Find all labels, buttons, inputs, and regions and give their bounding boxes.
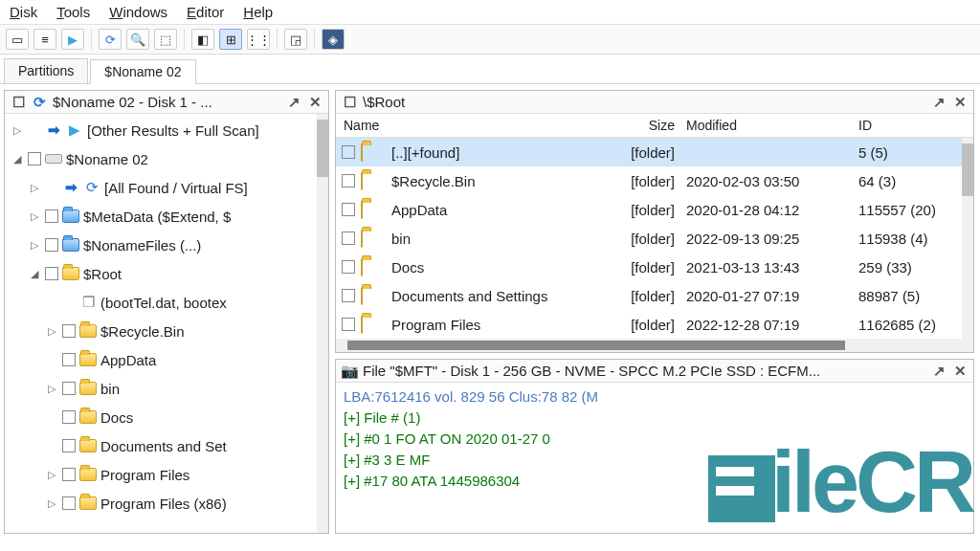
- tool-btn-8[interactable]: ⊞: [219, 29, 242, 50]
- checkbox[interactable]: [342, 231, 355, 245]
- list-row[interactable]: AppData[folder]2020-01-28 04:12115557 (2…: [336, 195, 973, 224]
- tree-row[interactable]: Documents and Set: [7, 431, 326, 460]
- menu-windows[interactable]: Windows: [109, 4, 167, 20]
- expander-icon[interactable]: ▷: [45, 497, 58, 510]
- tool-btn-6[interactable]: ⬚: [154, 29, 177, 50]
- list-row[interactable]: [..][+found][folder]5 (5): [336, 138, 973, 166]
- checkbox[interactable]: [62, 382, 76, 395]
- expander-icon[interactable]: ▷: [45, 325, 58, 338]
- tool-btn-play[interactable]: ▶: [61, 29, 84, 50]
- tree-row[interactable]: ◢$Root: [7, 259, 326, 288]
- tool-btn-search[interactable]: 🔍: [126, 29, 149, 50]
- tree-row[interactable]: ▷➡▶[Other Results + Full Scan]: [7, 116, 326, 144]
- list-row[interactable]: Docs[folder]2021-03-13 13:43259 (33): [336, 253, 973, 281]
- checkbox[interactable]: [28, 152, 41, 165]
- tree-row[interactable]: ▷Program Files: [7, 460, 326, 489]
- list-row[interactable]: Documents and Settings[folder]2020-01-27…: [336, 281, 973, 310]
- list-row[interactable]: Program Files[folder]2022-12-28 07:19116…: [336, 310, 973, 339]
- expander-icon[interactable]: ▷: [28, 182, 41, 194]
- menu-disk[interactable]: Disk: [10, 4, 37, 20]
- menu-help[interactable]: Help: [243, 4, 273, 20]
- tree-row[interactable]: ❐(bootTel.dat, bootex: [7, 288, 326, 317]
- expander-icon[interactable]: ◢: [11, 153, 24, 165]
- expander-icon[interactable]: ▷: [45, 383, 58, 395]
- col-id[interactable]: ID: [858, 118, 973, 133]
- tree-row[interactable]: ▷➡⟳[All Found / Virtual FS]: [7, 173, 326, 202]
- expander-icon[interactable]: ▷: [11, 124, 24, 137]
- folder-icon: [361, 288, 378, 303]
- checkbox[interactable]: [62, 468, 76, 481]
- folder-icon: [79, 496, 97, 511]
- tab-noname02[interactable]: $Noname 02: [90, 59, 195, 84]
- left-refresh-icon[interactable]: ⟳: [32, 95, 47, 110]
- tree-row[interactable]: AppData: [7, 345, 326, 374]
- list-scrollbar[interactable]: [962, 138, 973, 339]
- menubar: Disk Tools Windows Editor Help: [0, 0, 980, 25]
- col-name[interactable]: Name: [336, 118, 600, 133]
- tree-row[interactable]: ▷$MetaData ($Extend, $: [7, 202, 326, 231]
- list-close-icon[interactable]: ✕: [952, 95, 968, 110]
- checkbox[interactable]: [62, 439, 76, 452]
- checkbox[interactable]: [45, 209, 58, 223]
- checkbox[interactable]: [62, 496, 76, 510]
- tree-label: Program Files: [100, 467, 189, 483]
- tree-label: $Recycle.Bin: [100, 323, 185, 340]
- checkbox[interactable]: [62, 410, 76, 424]
- checkbox[interactable]: [342, 174, 355, 187]
- list-scroll-h[interactable]: [336, 339, 973, 352]
- tree-row[interactable]: ▷bin: [7, 374, 326, 403]
- checkbox[interactable]: [342, 260, 355, 274]
- list-popout-icon[interactable]: ↗: [931, 95, 947, 110]
- tree: ▷➡▶[Other Results + Full Scan]◢$Noname 0…: [5, 114, 328, 533]
- col-size[interactable]: Size: [600, 118, 686, 133]
- expander-icon[interactable]: ◢: [28, 268, 41, 280]
- multi-icon: ❐: [79, 295, 97, 310]
- tree-row[interactable]: ▷$NonameFiles (...): [7, 231, 326, 259]
- menu-tools[interactable]: Tools: [56, 4, 90, 20]
- cell-id: 1162685 (2): [858, 317, 973, 333]
- folder-icon: [79, 467, 97, 482]
- checkbox[interactable]: [62, 353, 76, 366]
- tool-btn-11[interactable]: ◈: [322, 29, 345, 50]
- expander-icon[interactable]: ▷: [28, 239, 41, 252]
- checkbox[interactable]: [45, 267, 58, 280]
- cell-size: [folder]: [600, 317, 686, 333]
- tool-btn-refresh[interactable]: ⟳: [99, 29, 122, 50]
- tree-scrollbar[interactable]: [317, 114, 328, 533]
- tree-row[interactable]: ◢$Noname 02: [7, 144, 326, 173]
- left-checkbox-icon[interactable]: ☐: [11, 95, 26, 110]
- tree-row[interactable]: ▷Program Files (x86): [7, 489, 326, 518]
- checkbox[interactable]: [62, 324, 76, 338]
- folder-icon: [361, 144, 378, 160]
- left-popout-icon[interactable]: ↗: [286, 95, 301, 110]
- left-pane-header: ☐ ⟳ $Noname 02 - Disk 1 - ... ↗ ✕: [5, 91, 328, 114]
- tree-label: [Other Results + Full Scan]: [87, 122, 259, 139]
- hex-popout-icon[interactable]: ↗: [931, 364, 947, 379]
- hex-line: [+] #3 3 E MF: [344, 450, 966, 471]
- tool-btn-7[interactable]: ◧: [191, 29, 214, 50]
- tool-btn-2[interactable]: ≡: [33, 29, 56, 50]
- checkbox[interactable]: [342, 289, 355, 302]
- left-close-icon[interactable]: ✕: [307, 95, 323, 110]
- tool-btn-1[interactable]: ▭: [6, 29, 29, 50]
- tool-btn-9[interactable]: ⋮⋮: [247, 29, 270, 50]
- list-row[interactable]: bin[folder]2022-09-13 09:25115938 (4): [336, 224, 973, 253]
- checkbox[interactable]: [342, 145, 355, 159]
- tree-row[interactable]: Docs: [7, 403, 326, 431]
- list-row[interactable]: $Recycle.Bin[folder]2020-02-03 03:5064 (…: [336, 166, 973, 195]
- tree-row[interactable]: ▷$Recycle.Bin: [7, 317, 326, 345]
- checkbox[interactable]: [342, 203, 355, 216]
- tab-partitions[interactable]: Partitions: [4, 58, 88, 83]
- list-title: \$Root: [363, 94, 925, 110]
- checkbox[interactable]: [45, 238, 58, 252]
- refresh-icon: ⟳: [83, 180, 100, 195]
- list-checkbox-icon[interactable]: ☐: [342, 95, 357, 110]
- menu-editor[interactable]: Editor: [187, 4, 224, 20]
- checkbox[interactable]: [342, 318, 355, 331]
- folder-blue-icon: [62, 209, 79, 224]
- col-modified[interactable]: Modified: [686, 118, 858, 133]
- hex-close-icon[interactable]: ✕: [952, 364, 968, 379]
- tool-btn-10[interactable]: ◲: [284, 29, 307, 50]
- expander-icon[interactable]: ▷: [45, 469, 58, 481]
- expander-icon[interactable]: ▷: [28, 210, 41, 223]
